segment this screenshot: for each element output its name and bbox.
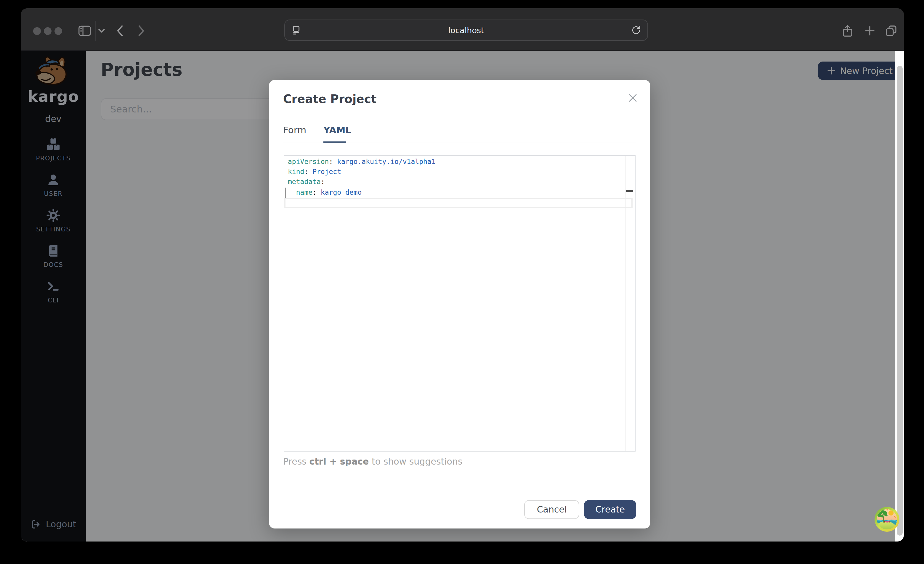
url-text: localhost xyxy=(448,25,484,35)
code-line: name: kargo-demo xyxy=(288,187,623,197)
page-format-icon[interactable] xyxy=(291,26,301,34)
chevron-down-icon[interactable] xyxy=(98,29,105,33)
traffic-minimize-button[interactable] xyxy=(44,27,51,34)
create-project-modal: Create Project Form YAML apiVersion: kar… xyxy=(269,80,650,528)
code-line: apiVersion: kargo.akuity.io/v1alpha1 xyxy=(288,157,623,167)
editor-cursor xyxy=(285,187,286,197)
editor-overview-ruler xyxy=(625,156,626,451)
modal-footer: Cancel Create xyxy=(525,500,636,519)
editor-current-line-highlight xyxy=(284,197,632,208)
editor-code: apiVersion: kargo.akuity.io/v1alpha1 kin… xyxy=(288,157,623,197)
modal-tabs: Form YAML xyxy=(283,125,636,143)
back-icon[interactable] xyxy=(117,25,123,36)
share-icon[interactable] xyxy=(842,25,853,37)
modal-title: Create Project xyxy=(283,92,377,106)
address-bar[interactable]: localhost xyxy=(284,19,648,41)
editor-hint: Press ctrl + space to show suggestions xyxy=(283,456,463,467)
tab-yaml[interactable]: YAML xyxy=(323,125,351,136)
new-tab-icon[interactable] xyxy=(865,26,875,36)
browser-toolbar: localhost xyxy=(21,8,904,51)
yaml-editor[interactable]: apiVersion: kargo.akuity.io/v1alpha1 kin… xyxy=(284,155,635,452)
traffic-zoom-button[interactable] xyxy=(54,27,62,34)
screen: localhost xyxy=(0,0,924,564)
create-button[interactable]: Create xyxy=(584,500,636,519)
code-line: metadata: xyxy=(288,177,623,188)
page-scrollbar-thumb[interactable] xyxy=(897,66,902,536)
forward-icon[interactable] xyxy=(138,25,144,36)
tab-overview-icon[interactable] xyxy=(885,25,897,36)
sidebar-toggle-icon[interactable] xyxy=(78,25,91,36)
island-badge-icon[interactable] xyxy=(874,507,900,532)
traffic-close-button[interactable] xyxy=(33,27,40,34)
editor-ruler-cursor-mark xyxy=(626,190,633,192)
close-icon xyxy=(628,93,637,102)
modal-close-button[interactable] xyxy=(625,90,640,105)
tabs-divider xyxy=(283,142,636,143)
tab-form[interactable]: Form xyxy=(283,125,306,136)
browser-window: localhost xyxy=(21,8,904,542)
code-line: kind: Project xyxy=(288,167,623,177)
page-scrollbar-track xyxy=(895,51,904,542)
reload-icon[interactable] xyxy=(632,25,641,35)
cancel-button[interactable]: Cancel xyxy=(525,500,580,519)
toolbar-divider xyxy=(95,21,96,41)
